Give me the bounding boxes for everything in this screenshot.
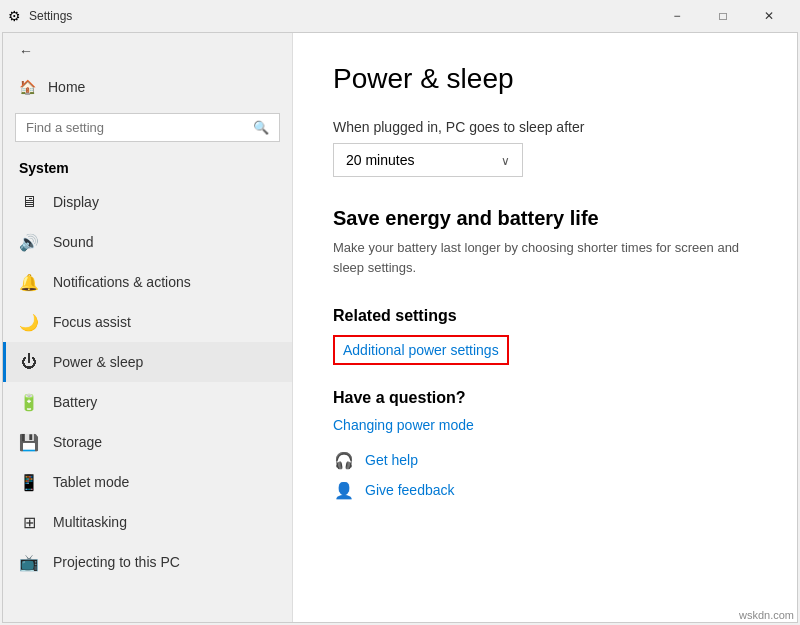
minimize-button[interactable]: − (654, 0, 700, 32)
sleep-value: 20 minutes (346, 152, 414, 168)
display-icon: 🖥 (19, 192, 39, 212)
sidebar-item-label: Focus assist (53, 314, 131, 330)
sidebar-item-label: Power & sleep (53, 354, 143, 370)
sidebar-back-button[interactable]: ← (3, 33, 292, 69)
tablet-icon: 📱 (19, 472, 39, 492)
give-feedback-row: 👤 Give feedback (333, 479, 757, 501)
projecting-icon: 📺 (19, 552, 39, 572)
sidebar-item-label: Display (53, 194, 99, 210)
title-bar-left: ⚙ Settings (8, 8, 654, 24)
sidebar-category-label: System (3, 150, 292, 182)
sleep-dropdown[interactable]: 20 minutes (333, 143, 523, 177)
app-body: ← 🏠 Home 🔍 System 🖥 Display 🔊 Sound 🔔 No… (2, 32, 798, 623)
search-icon: 🔍 (253, 120, 269, 135)
sidebar-search-box[interactable]: 🔍 (15, 113, 280, 142)
sound-icon: 🔊 (19, 232, 39, 252)
sidebar-item-tablet[interactable]: 📱 Tablet mode (3, 462, 292, 502)
sidebar-item-label: Sound (53, 234, 93, 250)
chevron-down-icon (501, 152, 510, 168)
changing-power-mode-link[interactable]: Changing power mode (333, 417, 757, 433)
additional-power-link[interactable]: Additional power settings (343, 342, 499, 358)
sidebar-item-battery[interactable]: 🔋 Battery (3, 382, 292, 422)
watermark: wskdn.com (739, 609, 794, 621)
sidebar-item-notifications[interactable]: 🔔 Notifications & actions (3, 262, 292, 302)
sidebar-item-label: Notifications & actions (53, 274, 191, 290)
sidebar-item-storage[interactable]: 💾 Storage (3, 422, 292, 462)
sidebar-item-label: Projecting to this PC (53, 554, 180, 570)
sleep-section-label: When plugged in, PC goes to sleep after (333, 119, 757, 135)
sidebar-item-multitasking[interactable]: ⊞ Multitasking (3, 502, 292, 542)
search-input[interactable] (26, 120, 245, 135)
save-energy-desc: Make your battery last longer by choosin… (333, 238, 757, 277)
related-settings-title: Related settings (333, 307, 757, 325)
power-icon: ⏻ (19, 352, 39, 372)
title-bar: ⚙ Settings − □ ✕ (0, 0, 800, 32)
sidebar-item-display[interactable]: 🖥 Display (3, 182, 292, 222)
back-arrow-icon: ← (19, 43, 33, 59)
maximize-button[interactable]: □ (700, 0, 746, 32)
title-bar-controls: − □ ✕ (654, 0, 792, 32)
notifications-icon: 🔔 (19, 272, 39, 292)
sidebar-item-label: Multitasking (53, 514, 127, 530)
sidebar: ← 🏠 Home 🔍 System 🖥 Display 🔊 Sound 🔔 No… (3, 33, 293, 622)
get-help-row: 🎧 Get help (333, 449, 757, 471)
sidebar-item-label: Battery (53, 394, 97, 410)
get-help-link[interactable]: Get help (365, 452, 418, 468)
have-question-title: Have a question? (333, 389, 757, 407)
sidebar-item-label: Storage (53, 434, 102, 450)
sidebar-item-power[interactable]: ⏻ Power & sleep (3, 342, 292, 382)
storage-icon: 💾 (19, 432, 39, 452)
battery-icon: 🔋 (19, 392, 39, 412)
title-bar-title: Settings (29, 9, 72, 23)
focus-icon: 🌙 (19, 312, 39, 332)
additional-power-link-box: Additional power settings (333, 335, 509, 365)
settings-icon: ⚙ (8, 8, 21, 24)
sidebar-item-sound[interactable]: 🔊 Sound (3, 222, 292, 262)
close-button[interactable]: ✕ (746, 0, 792, 32)
save-energy-heading: Save energy and battery life (333, 207, 757, 230)
home-icon: 🏠 (19, 79, 36, 95)
give-feedback-link[interactable]: Give feedback (365, 482, 455, 498)
page-title: Power & sleep (333, 63, 757, 95)
sidebar-home-item[interactable]: 🏠 Home (3, 69, 292, 105)
get-help-icon: 🎧 (333, 449, 355, 471)
main-panel: Power & sleep When plugged in, PC goes t… (293, 33, 797, 622)
sidebar-item-focus[interactable]: 🌙 Focus assist (3, 302, 292, 342)
sidebar-item-projecting[interactable]: 📺 Projecting to this PC (3, 542, 292, 582)
give-feedback-icon: 👤 (333, 479, 355, 501)
multitasking-icon: ⊞ (19, 512, 39, 532)
sidebar-item-label: Tablet mode (53, 474, 129, 490)
sidebar-home-label: Home (48, 79, 85, 95)
